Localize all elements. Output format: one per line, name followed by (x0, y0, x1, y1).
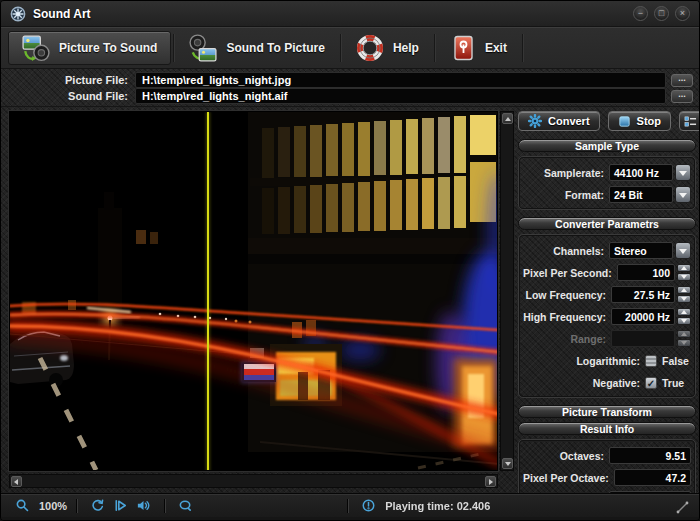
maximize-button[interactable]: □ (654, 6, 669, 21)
octaves-label: Octaves: (523, 450, 609, 462)
gear-icon (528, 114, 542, 128)
zoom-magnifier-icon (15, 498, 30, 513)
picture-transform-header[interactable]: Picture Transform (518, 405, 696, 418)
octaves-value: 9.51 (609, 447, 691, 464)
sound-to-picture-label: Sound To Picture (226, 41, 324, 55)
logarithmic-checkbox[interactable] (645, 355, 657, 367)
spin-down-button[interactable] (677, 295, 691, 303)
pixel-per-second-spinner (677, 264, 691, 281)
spin-up-button[interactable] (677, 286, 691, 294)
spin-down-button[interactable] (677, 317, 691, 325)
loop-icon[interactable] (90, 498, 105, 513)
samplerate-dropdown-button[interactable] (675, 164, 691, 181)
exit-switch-icon (450, 34, 476, 62)
channels-select[interactable]: Stereo (609, 242, 673, 259)
picture-file-input[interactable]: H:\temp\red_lights_night.jpg (135, 72, 666, 88)
stop-button[interactable]: Stop (608, 111, 671, 131)
horizontal-scrollbar[interactable] (9, 474, 498, 488)
minimize-button[interactable]: − (633, 6, 648, 21)
status-bar: 100% (1, 493, 699, 517)
channels-dropdown-button[interactable] (675, 242, 691, 259)
picture-to-sound-button[interactable]: Picture To Sound (8, 31, 171, 65)
exit-button[interactable]: Exit (437, 31, 520, 65)
range-field (611, 330, 675, 347)
format-label: Format: (523, 189, 609, 201)
vertical-scrollbar[interactable] (500, 111, 514, 471)
picture-file-label: Picture File: (7, 74, 135, 86)
spin-down-button (677, 339, 691, 347)
sound-file-label: Sound File: (7, 90, 135, 102)
play-icon[interactable] (113, 498, 128, 513)
picture-to-sound-icon (22, 34, 50, 62)
range-spinner (677, 330, 691, 347)
window-title: Sound Art (33, 7, 91, 21)
scroll-up-button[interactable] (502, 113, 513, 124)
converter-parameters-group: Channels: Stereo Pixel Per Second: 100 L… (518, 234, 696, 398)
stop-square-icon (618, 115, 631, 128)
negative-label: Negative: (523, 377, 645, 389)
range-label: Range: (523, 333, 611, 345)
zoom-level: 100% (39, 500, 67, 512)
low-frequency-field[interactable]: 27.5 Hz (611, 286, 675, 303)
view-options-button[interactable] (679, 111, 700, 131)
statusbar-separator (76, 499, 77, 513)
spin-down-button[interactable] (677, 273, 691, 281)
help-button[interactable]: Help (343, 31, 432, 65)
playing-time: Playing time: 02.406 (385, 500, 490, 512)
scroll-right-button[interactable] (485, 476, 496, 487)
file-bar: Picture File: H:\temp\red_lights_night.j… (1, 69, 699, 107)
channels-label: Channels: (523, 245, 609, 257)
titlebar: Sound Art − □ × (1, 1, 699, 27)
convert-button[interactable]: Convert (518, 111, 600, 131)
negative-value: True (657, 377, 691, 389)
scroll-left-button[interactable] (11, 476, 22, 487)
negative-checkbox[interactable]: ✓ (645, 377, 657, 389)
sound-file-input[interactable]: H:\temp\red_lights_night.aif (135, 88, 666, 104)
speaker-icon[interactable] (136, 498, 151, 513)
spin-up-button (677, 330, 691, 338)
statusbar-separator (164, 499, 165, 513)
high-frequency-field[interactable]: 20000 Hz (611, 308, 675, 325)
logarithmic-value: False (657, 355, 691, 367)
exit-label: Exit (485, 41, 507, 55)
pixel-per-octave-value: 47.2 (614, 469, 691, 486)
spin-up-button[interactable] (677, 264, 691, 272)
info-icon (361, 498, 376, 513)
sample-type-group: Samplerate: 44100 Hz Format: 24 Bit (518, 156, 696, 210)
picture-browse-button[interactable]: ... (671, 74, 693, 87)
spin-up-button[interactable] (677, 308, 691, 316)
high-frequency-label: High Frequency: (523, 311, 611, 323)
convert-label: Convert (548, 115, 590, 127)
image-canvas[interactable] (9, 111, 498, 471)
pixel-per-second-field[interactable]: 100 (617, 264, 675, 281)
sample-type-header[interactable]: Sample Type (518, 139, 696, 152)
app-window: Sound Art − □ × Picture To Sound (0, 0, 700, 521)
resize-grip[interactable] (676, 500, 689, 518)
picture-to-sound-label: Picture To Sound (59, 41, 157, 55)
scroll-down-button[interactable] (502, 458, 513, 469)
low-frequency-label: Low Frequency: (523, 289, 611, 301)
help-label: Help (393, 41, 419, 55)
converter-parameters-header[interactable]: Converter Parametrs (518, 217, 696, 230)
result-info-header[interactable]: Result Info (518, 422, 696, 435)
selection-region-icon[interactable] (178, 498, 193, 513)
sound-browse-button[interactable]: ... (671, 90, 693, 103)
samplerate-select[interactable]: 44100 Hz (609, 164, 673, 181)
stop-label: Stop (637, 115, 661, 127)
low-frequency-spinner (677, 286, 691, 303)
main-area: Convert Stop (1, 107, 699, 493)
photo-night-street (10, 112, 498, 471)
app-icon (10, 6, 26, 22)
format-dropdown-button[interactable] (675, 186, 691, 203)
format-select[interactable]: 24 Bit (609, 186, 673, 203)
high-frequency-spinner (677, 308, 691, 325)
logarithmic-label: Logarithmic: (523, 355, 645, 367)
samplerate-label: Samplerate: (523, 167, 609, 179)
help-lifebuoy-icon (356, 34, 384, 62)
toolbar-separator (522, 34, 523, 62)
pixel-per-second-label: Pixel Per Second: (523, 267, 617, 279)
sound-to-picture-icon (189, 34, 217, 62)
sound-to-picture-button[interactable]: Sound To Picture (176, 31, 337, 65)
window-bottom-edge (1, 517, 699, 521)
close-button[interactable]: × (675, 6, 690, 21)
